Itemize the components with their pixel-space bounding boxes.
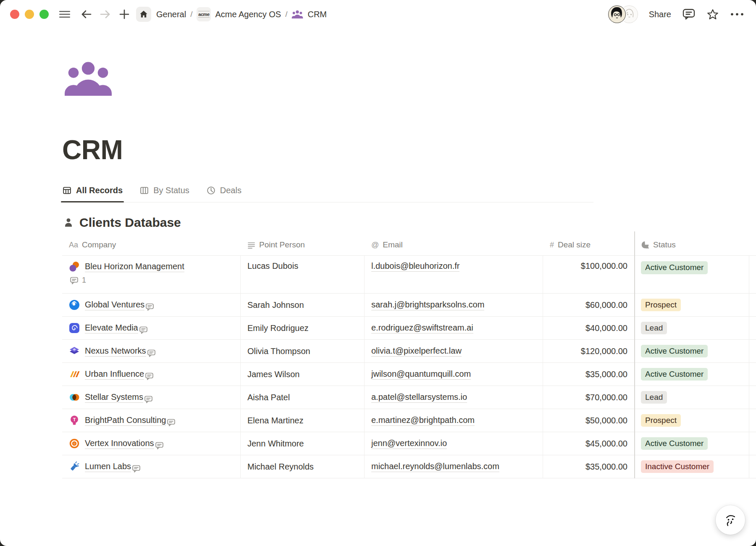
email-cell[interactable]: e.martinez@brightpath.com: [365, 409, 543, 432]
deal-size-cell[interactable]: $50,000.00: [543, 409, 634, 432]
status-cell[interactable]: Active Customer: [634, 340, 756, 363]
point-person-cell[interactable]: Michael Reynolds: [241, 455, 365, 478]
status-badge[interactable]: Active Customer: [641, 437, 708, 450]
status-cell[interactable]: Lead: [634, 386, 756, 409]
email-cell[interactable]: jwilson@quantumquill.com: [365, 363, 543, 386]
close-window-button[interactable]: [10, 10, 19, 19]
status-cell[interactable]: Inactive Customer: [634, 455, 756, 478]
home-icon[interactable]: [136, 7, 151, 22]
company-page-link[interactable]: Bleu Horizon Management: [85, 262, 184, 272]
status-cell[interactable]: Active Customer: [634, 363, 756, 386]
table-row[interactable]: Bleu Horizon Management 1 Lucas Dubois l…: [62, 256, 756, 294]
company-cell[interactable]: Lumen Labs: [62, 455, 241, 478]
comment-indicator[interactable]: 1: [69, 276, 234, 285]
comment-indicator[interactable]: [144, 372, 157, 381]
breadcrumb-acme-agency-os[interactable]: acme Acme Agency OS: [197, 7, 281, 21]
status-column-right-divider[interactable]: [749, 255, 749, 478]
collaborator-avatars[interactable]: [608, 5, 638, 23]
tab-by-status[interactable]: By Status: [139, 186, 189, 195]
status-badge[interactable]: Lead: [641, 391, 667, 404]
table-row[interactable]: Global Ventures Sarah Johnson sarah.j@br…: [62, 294, 756, 317]
point-person-cell[interactable]: Olivia Thompson: [241, 340, 365, 363]
status-badge[interactable]: Prospect: [641, 414, 681, 427]
comment-indicator[interactable]: [154, 441, 167, 450]
deal-size-cell[interactable]: $35,000.00: [543, 363, 634, 386]
table-row[interactable]: Vertex Innovations Jenn Whitmore jenn@ve…: [62, 432, 756, 455]
email-link[interactable]: a.patel@stellarsystems.io: [371, 392, 467, 403]
comment-indicator[interactable]: [166, 418, 179, 427]
deal-size-cell[interactable]: $40,000.00: [543, 317, 634, 340]
forward-icon[interactable]: [99, 8, 112, 20]
company-page-link[interactable]: Global Ventures: [85, 300, 144, 310]
deal-size-cell[interactable]: $100,000.00: [543, 256, 634, 294]
point-person-cell[interactable]: Emily Rodriguez: [241, 317, 365, 340]
status-badge[interactable]: Active Customer: [641, 345, 708, 358]
column-header-email[interactable]: @ Email: [365, 234, 543, 256]
point-person-cell[interactable]: Sarah Johnson: [241, 294, 365, 317]
email-cell[interactable]: michael.reynolds@lumenlabs.com: [365, 455, 543, 478]
company-cell[interactable]: Stellar Systems: [62, 386, 241, 409]
point-person-cell[interactable]: James Wilson: [241, 363, 365, 386]
breadcrumb-crm[interactable]: CRM: [291, 10, 327, 19]
email-cell[interactable]: a.patel@stellarsystems.io: [365, 386, 543, 409]
notion-ai-face-button[interactable]: [716, 505, 745, 535]
table-row[interactable]: Urban Influence James Wilson jwilson@qua…: [62, 363, 756, 386]
email-cell[interactable]: e.rodriguez@swiftstream.ai: [365, 317, 543, 340]
table-row[interactable]: Lumen Labs Michael Reynolds michael.reyn…: [62, 455, 756, 478]
tab-all-records[interactable]: All Records: [62, 186, 123, 195]
column-header-deal-size[interactable]: # Deal size: [543, 234, 634, 256]
status-column-divider[interactable]: [634, 231, 635, 478]
email-cell[interactable]: olivia.t@pixelperfect.law: [365, 340, 543, 363]
email-cell[interactable]: l.dubois@bleuhorizon.fr: [365, 256, 543, 294]
point-person-cell[interactable]: Aisha Patel: [241, 386, 365, 409]
comment-indicator[interactable]: [143, 395, 156, 404]
company-page-link[interactable]: Lumen Labs: [85, 462, 131, 472]
company-page-link[interactable]: Urban Influence: [85, 369, 144, 380]
minimize-window-button[interactable]: [25, 10, 34, 19]
column-header-point-person[interactable]: Point Person: [241, 234, 365, 256]
more-options-icon[interactable]: [730, 12, 744, 16]
company-cell[interactable]: Nexus Networks: [62, 340, 241, 363]
table-row[interactable]: Stellar Systems Aisha Patel a.patel@stel…: [62, 386, 756, 409]
favorite-star-icon[interactable]: [706, 8, 719, 21]
email-cell[interactable]: jenn@vertexinnov.io: [365, 432, 543, 455]
column-header-status[interactable]: Status: [634, 234, 756, 256]
share-button[interactable]: Share: [649, 10, 671, 19]
status-badge[interactable]: Inactive Customer: [641, 460, 714, 473]
email-link[interactable]: olivia.t@pixelperfect.law: [371, 346, 462, 357]
new-tab-icon[interactable]: [118, 8, 130, 20]
deal-size-cell[interactable]: $120,000.00: [543, 340, 634, 363]
sidebar-toggle-icon[interactable]: [59, 10, 71, 19]
tab-deals[interactable]: Deals: [206, 186, 242, 195]
company-cell[interactable]: T BrightPath Consulting: [62, 409, 241, 432]
company-page-link[interactable]: Nexus Networks: [85, 346, 146, 357]
email-link[interactable]: e.martinez@brightpath.com: [371, 415, 475, 426]
email-link[interactable]: jwilson@quantumquill.com: [371, 369, 471, 380]
point-person-cell[interactable]: Elena Martinez: [241, 409, 365, 432]
deal-size-cell[interactable]: $35,000.00: [543, 455, 634, 478]
status-badge[interactable]: Active Customer: [641, 368, 708, 381]
point-person-cell[interactable]: Lucas Dubois: [241, 256, 365, 294]
comment-indicator[interactable]: [131, 465, 144, 473]
company-page-link[interactable]: Vertex Innovations: [85, 438, 154, 449]
comment-indicator[interactable]: [144, 303, 158, 311]
email-link[interactable]: l.dubois@bleuhorizon.fr: [371, 261, 459, 272]
point-person-cell[interactable]: Jenn Whitmore: [241, 432, 365, 455]
status-cell[interactable]: Prospect: [634, 409, 756, 432]
status-badge[interactable]: Lead: [641, 322, 667, 335]
company-cell[interactable]: Elevate Media: [62, 317, 241, 340]
email-cell[interactable]: sarah.j@brightsparksolns.com: [365, 294, 543, 317]
company-cell[interactable]: Bleu Horizon Management 1: [62, 256, 241, 294]
column-header-company[interactable]: Aa Company: [62, 234, 241, 256]
breadcrumb-general[interactable]: General: [156, 10, 186, 19]
status-cell[interactable]: Active Customer: [634, 256, 756, 294]
deal-size-cell[interactable]: $45,000.00: [543, 432, 634, 455]
email-link[interactable]: sarah.j@brightsparksolns.com: [371, 300, 484, 310]
back-icon[interactable]: [80, 8, 92, 20]
table-row[interactable]: T BrightPath Consulting Elena Martinez e…: [62, 409, 756, 432]
status-cell[interactable]: Active Customer: [634, 432, 756, 455]
comments-icon[interactable]: [682, 8, 696, 21]
email-link[interactable]: jenn@vertexinnov.io: [371, 438, 447, 449]
status-cell[interactable]: Lead: [634, 317, 756, 340]
comment-indicator[interactable]: [138, 326, 151, 334]
